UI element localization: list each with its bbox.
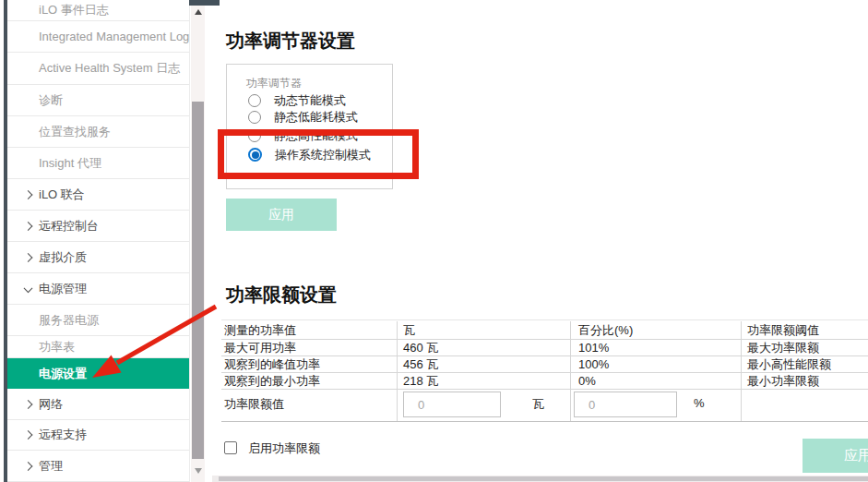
chevron-right-icon	[24, 222, 33, 231]
annotation-red-rectangle	[218, 129, 419, 179]
chevron-right-icon	[24, 430, 33, 440]
table-cell: 0%	[578, 373, 596, 390]
chevron-down-icon	[24, 283, 33, 293]
sidebar-item[interactable]: 远程控制台	[7, 211, 189, 242]
sidebar-item-label: 远程支持	[39, 427, 87, 443]
sidebar-item[interactable]: iLO 联合	[7, 179, 189, 211]
power-cap-watts-input[interactable]	[403, 392, 501, 417]
table-top-border	[221, 319, 868, 320]
table-cell: 218 瓦	[403, 373, 438, 390]
sidebar-item[interactable]: 网络	[7, 389, 189, 420]
chevron-right-icon	[24, 462, 33, 471]
sidebar-item[interactable]: 电源管理	[7, 273, 189, 305]
table-cell: 101%	[578, 340, 609, 356]
sidebar-item-label: 网络	[39, 396, 63, 413]
sidebar-item-label: Insight 代理	[39, 155, 101, 172]
sidebar-item-label: Active Health System 日志	[39, 60, 180, 77]
horizontal-scrollbar-thumb[interactable]	[219, 476, 868, 481]
sidebar-item[interactable]: 服务器电源	[7, 305, 189, 336]
table-bottom-border	[221, 421, 868, 422]
sidebar-item-label: Integrated Management Log	[39, 30, 189, 43]
table-cell: 460 瓦	[403, 340, 438, 356]
table-cell: 最小高性能限额	[747, 356, 831, 373]
power-cap-input-label: 功率限额值	[224, 396, 284, 413]
enable-power-cap-checkbox[interactable]	[224, 441, 237, 454]
apply-button-power-cap[interactable]: 应用	[803, 439, 868, 473]
sidebar-item[interactable]: 远程支持	[7, 420, 189, 451]
radio-option-label: 动态节能模式	[274, 92, 346, 109]
ilo-power-settings-page: iLO 事件日志Integrated Management LogActive …	[0, 0, 868, 482]
power-cap-title: 功率限额设置	[226, 283, 337, 307]
sidebar-item-label: 虚拟介质	[39, 249, 87, 266]
radio-option-label: 静态低能耗模式	[274, 109, 358, 126]
sidebar-item-label: 功率表	[39, 339, 75, 355]
chevron-right-icon	[24, 253, 33, 262]
table-cell: 百分比(%)	[578, 321, 633, 340]
table-cell: 观察到的峰值功率	[224, 356, 320, 373]
sidebar-item[interactable]: Active Health System 日志	[7, 53, 189, 85]
scrollbar-up-arrow-icon[interactable]	[195, 9, 202, 15]
sidebar-item[interactable]: 虚拟介质	[7, 242, 189, 273]
header-fragment	[189, 0, 220, 6]
table-cell: 最大功率限额	[747, 340, 819, 356]
table-cell: 功率限额阈值	[747, 321, 819, 340]
sidebar-item-active[interactable]: 电源设置	[7, 358, 189, 389]
chevron-right-icon	[24, 400, 33, 409]
sidebar-item-label: 远程控制台	[39, 218, 99, 235]
table-row: 最大可用功率460 瓦101%最大功率限额	[221, 340, 868, 356]
table-cell: 456 瓦	[403, 356, 438, 373]
table-cell: 100%	[578, 356, 609, 373]
table-cell: 最大可用功率	[224, 340, 296, 356]
sidebar-item[interactable]: Insight 代理	[7, 148, 189, 179]
apply-button-power-regulator[interactable]: 应用	[226, 199, 337, 231]
watt-unit-label: 瓦	[532, 396, 544, 413]
power-regulator-group-label: 功率调节器	[246, 76, 302, 91]
sidebar-item[interactable]: 诊断	[7, 85, 189, 116]
sidebar-item[interactable]: Integrated Management Log	[7, 21, 189, 53]
sidebar-scrollbar-thumb[interactable]	[192, 102, 204, 459]
table-cell: 最小功率限额	[747, 373, 819, 390]
table-column-line	[741, 321, 742, 422]
sidebar-item[interactable]: 位置查找服务	[7, 116, 189, 148]
table-cell: 观察到的最小功率	[224, 373, 320, 390]
enable-power-cap-label: 启用功率限额	[248, 440, 320, 457]
sidebar-item-label: 电源管理	[39, 281, 87, 297]
sidebar-nav: iLO 事件日志Integrated Management LogActive …	[7, 0, 190, 482]
sidebar-item[interactable]: 功率表	[7, 336, 189, 358]
table-row: 观察到的最小功率218 瓦0%最小功率限额	[221, 373, 868, 390]
sidebar-item-label: 管理	[39, 458, 63, 475]
sidebar-item-label: 位置查找服务	[39, 124, 111, 140]
sidebar-item[interactable]: 管理	[7, 451, 189, 482]
table-cell: 测量的功率值	[224, 321, 296, 340]
table-row: 观察到的峰值功率456 瓦100%最小高性能限额	[221, 356, 868, 373]
sidebar-item-label: 服务器电源	[39, 312, 99, 329]
chevron-right-icon	[24, 190, 33, 199]
power-regulator-title: 功率调节器设置	[226, 29, 355, 54]
table-cell: 瓦	[403, 321, 415, 340]
table-column-line	[570, 321, 571, 422]
percent-unit-label: %	[694, 396, 705, 410]
table-header-row: 测量的功率值瓦百分比(%)功率限额阈值	[221, 321, 868, 340]
table-column-line	[397, 321, 398, 422]
sidebar-item-label: 诊断	[39, 92, 63, 109]
sidebar-item-label: 电源设置	[39, 366, 87, 382]
scrollbar-down-arrow-icon[interactable]	[195, 468, 202, 474]
radio-unselected-icon[interactable]	[248, 111, 261, 124]
radio-option-row: 静态低能耗模式	[248, 110, 358, 124]
sidebar-item-label: iLO 联合	[39, 187, 85, 203]
radio-option-row: 动态节能模式	[248, 93, 346, 107]
sidebar-item[interactable]: iLO 事件日志	[7, 0, 189, 21]
power-cap-percent-input[interactable]	[574, 392, 677, 417]
sidebar-item-label: iLO 事件日志	[39, 2, 109, 18]
radio-unselected-icon[interactable]	[248, 94, 261, 107]
